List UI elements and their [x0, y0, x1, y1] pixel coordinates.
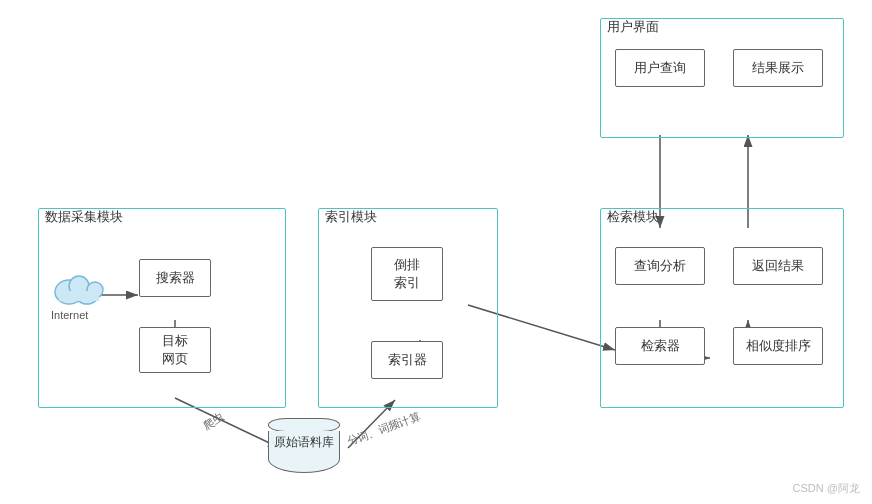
query-analysis-box: 查询分析	[615, 247, 705, 285]
user-query-box: 用户查询	[615, 49, 705, 87]
raw-corpus-cylinder: 原始语料库	[268, 418, 340, 473]
user-interface-module: 用户界面 用户查询 结果展示	[600, 18, 844, 138]
result-display-box: 结果展示	[733, 49, 823, 87]
search-module: 检索模块 查询分析 返回结果 检索器 相似度排序	[600, 208, 844, 408]
data-collection-module: 数据采集模块 Internet 搜索器 目标 网页	[38, 208, 286, 408]
crawl-label: 爬虫	[200, 409, 227, 433]
inverted-index-box: 倒排 索引	[371, 247, 443, 301]
user-interface-label: 用户界面	[607, 18, 659, 36]
search-label: 检索模块	[607, 208, 659, 226]
indexer-box: 索引器	[371, 341, 443, 379]
diagram-container: 数据采集模块 Internet 搜索器 目标 网页 索引模块 倒排 索引 索引器	[0, 0, 872, 504]
target-page-box: 目标 网页	[139, 327, 211, 373]
internet-cloud-icon	[49, 264, 109, 309]
index-module: 索引模块 倒排 索引 索引器	[318, 208, 498, 408]
internet-label: Internet	[51, 309, 88, 321]
raw-corpus-label: 原始语料库	[268, 434, 340, 451]
similarity-sort-box: 相似度排序	[733, 327, 823, 365]
process-label: 分词、词频计算	[345, 409, 422, 449]
index-label: 索引模块	[325, 208, 377, 226]
searcher-box: 检索器	[615, 327, 705, 365]
cylinder-top	[268, 418, 340, 432]
data-collection-label: 数据采集模块	[45, 208, 123, 226]
svg-rect-17	[59, 291, 99, 301]
watermark: CSDN @阿龙	[793, 481, 860, 496]
return-results-box: 返回结果	[733, 247, 823, 285]
search-engine-box: 搜索器	[139, 259, 211, 297]
